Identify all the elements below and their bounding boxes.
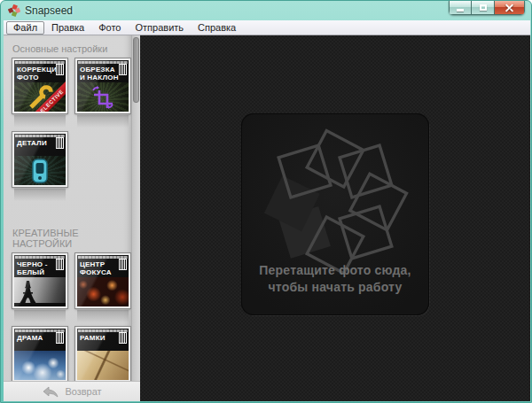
back-arrow-icon xyxy=(42,386,59,398)
filter-tile-black-white[interactable]: ЧЕРНО - БЕЛЫЙ xyxy=(12,253,67,322)
maximize-button[interactable] xyxy=(472,1,495,15)
dropzone-text-line1: Перетащите фото сюда, xyxy=(241,262,429,279)
barcode-icon xyxy=(119,64,127,75)
back-button-label: Возврат xyxy=(65,386,101,397)
snapseed-window: Snapseed Файл Правка Фото Отправить Спра… xyxy=(0,0,532,403)
titlebar: Snapseed xyxy=(1,1,531,20)
menu-file[interactable]: Файл xyxy=(6,21,44,35)
window-title: Snapseed xyxy=(25,4,73,17)
filter-tile-crop[interactable]: ОБРЕЗКА И НАКЛОН xyxy=(75,58,130,128)
tile-label: ЧЕРНО - БЕЛЫЙ xyxy=(14,260,59,278)
clouds-image xyxy=(14,351,66,380)
filter-tile-center-focus[interactable]: ЦЕНТР ФОКУСА xyxy=(75,253,130,322)
menu-edit[interactable]: Правка xyxy=(44,21,91,35)
photo-dropzone[interactable]: Перетащите фото сюда, чтобы начать работ… xyxy=(241,113,429,315)
tile-label: ДЕТАЛИ xyxy=(14,138,59,157)
section-title-creative: КРЕАТИВНЫЕ НАСТРОЙКИ xyxy=(12,228,131,249)
snapseed-logo-icon xyxy=(8,4,20,17)
tile-label: ЦЕНТР ФОКУСА xyxy=(77,260,121,278)
eiffel-tower-image xyxy=(14,277,66,306)
barcode-icon xyxy=(56,259,64,270)
canvas-area: Перетащите фото сюда, чтобы начать работ… xyxy=(140,35,530,401)
barcode-icon xyxy=(56,137,64,149)
client-area: Файл Правка Фото Отправить Справка Основ… xyxy=(4,20,530,401)
maximize-icon xyxy=(480,4,487,11)
tile-label: ОБРЕЗКА И НАКЛОН xyxy=(77,65,121,83)
tile-reflection xyxy=(77,115,129,128)
dropzone-hint: Перетащите фото сюда, чтобы начать работ… xyxy=(241,262,429,296)
dropzone-text-line2: чтобы начать работу xyxy=(241,279,429,296)
close-icon xyxy=(505,3,514,12)
sharpener-icon xyxy=(14,156,66,185)
snapseed-pinwheel-watermark xyxy=(261,128,410,276)
back-button[interactable]: Возврат xyxy=(42,386,101,398)
menu-photo[interactable]: Фото xyxy=(91,21,128,35)
tile-reflection xyxy=(14,115,66,128)
menu-help[interactable]: Справка xyxy=(191,21,243,35)
tile-row: ЧЕРНО - БЕЛЫЙ xyxy=(4,253,131,322)
menu-send[interactable]: Отправить xyxy=(129,21,192,35)
menubar: Файл Правка Фото Отправить Справка xyxy=(4,20,530,35)
tile-label: КОРРЕКЦИЯ ФОТО xyxy=(14,65,59,83)
barcode-icon xyxy=(119,332,127,344)
tile-reflection xyxy=(77,310,129,322)
back-bar: Возврат xyxy=(4,381,140,401)
tile-row: КОРРЕКЦИЯ ФОТО SELECTIVE xyxy=(4,58,131,128)
tile-row: ДЕТАЛИ xyxy=(4,132,131,201)
crop-icon xyxy=(77,82,129,112)
sidebar-scrollbar[interactable] xyxy=(131,35,140,401)
section-title-basic: Основные настройки xyxy=(12,43,131,54)
filter-tile-tune[interactable]: КОРРЕКЦИЯ ФОТО SELECTIVE xyxy=(12,58,67,128)
window-controls xyxy=(449,1,525,15)
scrollbar-thumb[interactable] xyxy=(133,37,139,103)
minimize-icon xyxy=(457,9,464,12)
content-area: Основные настройки КОРРЕКЦИЯ ФОТО xyxy=(4,35,530,401)
close-button[interactable] xyxy=(495,1,525,15)
filter-tile-details[interactable]: ДЕТАЛИ xyxy=(12,132,67,201)
tile-reflection xyxy=(14,310,66,322)
tile-reflection xyxy=(14,189,66,201)
minimize-button[interactable] xyxy=(449,1,472,15)
bokeh-image xyxy=(77,277,129,306)
paper-image xyxy=(77,351,129,380)
filters-sidebar: Основные настройки КОРРЕКЦИЯ ФОТО xyxy=(4,35,131,401)
tile-label: ДРАМА xyxy=(14,333,59,352)
barcode-icon xyxy=(56,64,64,75)
tile-label: РАМКИ xyxy=(77,333,121,352)
barcode-icon xyxy=(119,259,127,270)
barcode-icon xyxy=(56,332,64,344)
